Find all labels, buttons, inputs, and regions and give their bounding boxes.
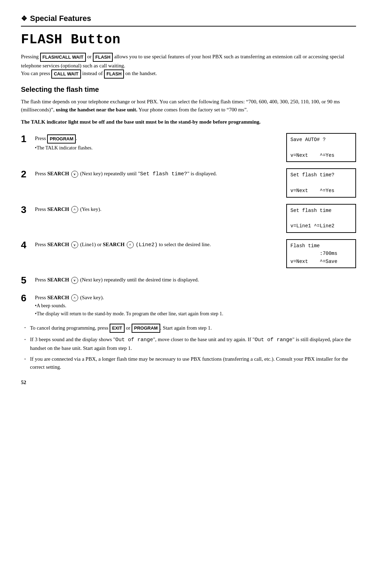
- section-header: ❖ Special Features: [21, 14, 356, 23]
- step-5-circle-down: v: [71, 277, 78, 284]
- step-5-number: 5: [21, 274, 35, 286]
- step-4-number: 4: [21, 239, 35, 268]
- step-2: 2 Press SEARCH v (Next key) repeatedly u…: [21, 168, 356, 197]
- diamond-icon: ❖: [21, 14, 27, 23]
- subheading: Selecting the flash time: [21, 86, 356, 94]
- intro-text-4: You can press: [21, 71, 51, 76]
- step-3-circle-up: ^: [71, 206, 78, 213]
- bullet-text-1: To cancel during programming, press EXIT…: [30, 324, 356, 333]
- step-3-lcd: Set flash time v=Line1 ^=Line2: [286, 204, 356, 233]
- page-title: FLASH Button: [21, 32, 356, 47]
- bullet-text-2: If 3 beeps sound and the display shows "…: [30, 336, 356, 352]
- step-3-left: 3 Press SEARCH ^ (Yes key).: [21, 204, 279, 233]
- step-3-number: 3: [21, 204, 35, 233]
- step-6-text-pre: Press SEARCH: [35, 295, 71, 300]
- step-2-left: 2 Press SEARCH v (Next key) repeatedly u…: [21, 168, 279, 197]
- step-4-lcd: Flash time :700ms v=Next ^=Save: [286, 239, 356, 268]
- key-flash-2: FLASH: [104, 69, 124, 79]
- step-1-left: 1 Press PROGRAM. •The TALK indicator fla…: [21, 133, 279, 162]
- step-5: 5 Press SEARCH v (Next key) repeatedly u…: [21, 274, 356, 286]
- step-2-display: Set flash time? v=Next ^=Yes: [279, 168, 356, 197]
- step-1-text-pre: Press: [35, 135, 47, 141]
- step-4-display: Flash time :700ms v=Next ^=Save: [279, 239, 356, 268]
- bullet-item-2: • If 3 beeps sound and the display shows…: [21, 336, 356, 352]
- header-divider: [21, 26, 356, 27]
- step-6-circle-up: ^: [71, 294, 78, 301]
- step-5-text-pre: Press SEARCH: [35, 277, 71, 282]
- step-6-content: Press SEARCH ^ (Save key). •A beep sound…: [35, 292, 279, 318]
- step-2-text-pre: Press SEARCH: [35, 171, 71, 176]
- step-6-subnote2: •The display will return to the stand-by…: [35, 310, 279, 317]
- step-6-number: 6: [21, 292, 35, 318]
- intro-text-5: instead of: [81, 71, 104, 76]
- intro-paragraph: Pressing FLASH/CALL WAIT or FLASH allows…: [21, 53, 356, 79]
- step-1-subnote: •The TALK indicator flashes.: [35, 144, 279, 152]
- step-2-lcd: Set flash time? v=Next ^=Yes: [286, 168, 356, 197]
- body-paragraph-1: The flash time depends on your telephone…: [21, 98, 356, 114]
- step-3-text-post: (Yes key).: [79, 206, 102, 212]
- step-4-text-pre: Press SEARCH: [35, 242, 71, 247]
- step-2-content: Press SEARCH v (Next key) repeatedly unt…: [35, 168, 279, 197]
- step-4-left: 4 Press SEARCH v (Line1) or SEARCH ^ (Li…: [21, 239, 279, 268]
- step-1-lcd: Save AUTO# ? v=Next ^=Yes: [286, 133, 356, 162]
- step-3-text-pre: Press SEARCH: [35, 206, 71, 212]
- step-6-subnote1: •A beep sounds.: [35, 302, 279, 309]
- bullet-text-3: If you are connected via a PBX, a longer…: [30, 355, 356, 372]
- step-2-number: 2: [21, 168, 35, 197]
- body-paragraph-2: The TALK indicator light must be off and…: [21, 118, 356, 126]
- step-4-text-post: (Line2) to select the desired line.: [134, 242, 211, 247]
- step-3-display: Set flash time v=Line1 ^=Line2: [279, 204, 356, 233]
- page-number: 52: [21, 380, 356, 385]
- bullet-dot-1: •: [24, 324, 30, 333]
- body1-bold: using the handset near the base unit.: [56, 107, 138, 112]
- section-title: Special Features: [30, 14, 91, 23]
- bullet-item-1: • To cancel during programming, press EX…: [21, 324, 356, 333]
- key-flash: FLASH: [93, 53, 113, 62]
- step-1: 1 Press PROGRAM. •The TALK indicator fla…: [21, 133, 356, 162]
- key-flash-call-wait: FLASH/CALL WAIT: [40, 53, 86, 62]
- step-6: 6 Press SEARCH ^ (Save key). •A beep sou…: [21, 292, 356, 318]
- step-5-content: Press SEARCH v (Next key) repeatedly unt…: [35, 274, 279, 286]
- step-4-circle-up: ^: [127, 241, 134, 248]
- step-1-text-post: .: [76, 135, 77, 141]
- step-3: 3 Press SEARCH ^ (Yes key). Set flash ti…: [21, 204, 356, 233]
- body1-end: Your phone comes from the factory set to…: [138, 107, 248, 112]
- step-4-circle-down: v: [71, 241, 78, 248]
- bullet-dot-2: •: [24, 336, 30, 352]
- bullet-list: • To cancel during programming, press EX…: [21, 324, 356, 371]
- step-1-display: Save AUTO# ? v=Next ^=Yes: [279, 133, 356, 162]
- intro-text-1: Pressing: [21, 54, 40, 59]
- step-6-left: 6 Press SEARCH ^ (Save key). •A beep sou…: [21, 292, 279, 318]
- steps-section: 1 Press PROGRAM. •The TALK indicator fla…: [21, 133, 356, 317]
- step-6-text-post: (Save key).: [79, 295, 104, 300]
- step-4: 4 Press SEARCH v (Line1) or SEARCH ^ (Li…: [21, 239, 356, 268]
- step-2-text-mid: (Next key) repeatedly until "Set flash t…: [79, 171, 217, 176]
- step-4-content: Press SEARCH v (Line1) or SEARCH ^ (Line…: [35, 239, 279, 268]
- step-5-display-empty: [279, 274, 356, 286]
- step-5-text-post: (Next key) repeatedly until the desired …: [79, 277, 199, 282]
- step-1-key: PROGRAM: [47, 134, 76, 144]
- step-6-display-empty: [279, 292, 356, 318]
- step-1-content: Press PROGRAM. •The TALK indicator flash…: [35, 133, 279, 162]
- intro-text-6: on the handset.: [124, 71, 157, 76]
- key-call-wait: CALL WAIT: [51, 69, 81, 79]
- step-5-left: 5 Press SEARCH v (Next key) repeatedly u…: [21, 274, 279, 286]
- step-2-circle-down: v: [71, 171, 78, 178]
- bullet-dot-3: •: [24, 355, 30, 372]
- step-3-content: Press SEARCH ^ (Yes key).: [35, 204, 279, 233]
- bullet-item-3: • If you are connected via a PBX, a long…: [21, 355, 356, 372]
- step-1-number: 1: [21, 133, 35, 162]
- step-4-text-mid: (Line1) or SEARCH: [79, 242, 126, 247]
- intro-text-2: or: [86, 54, 93, 59]
